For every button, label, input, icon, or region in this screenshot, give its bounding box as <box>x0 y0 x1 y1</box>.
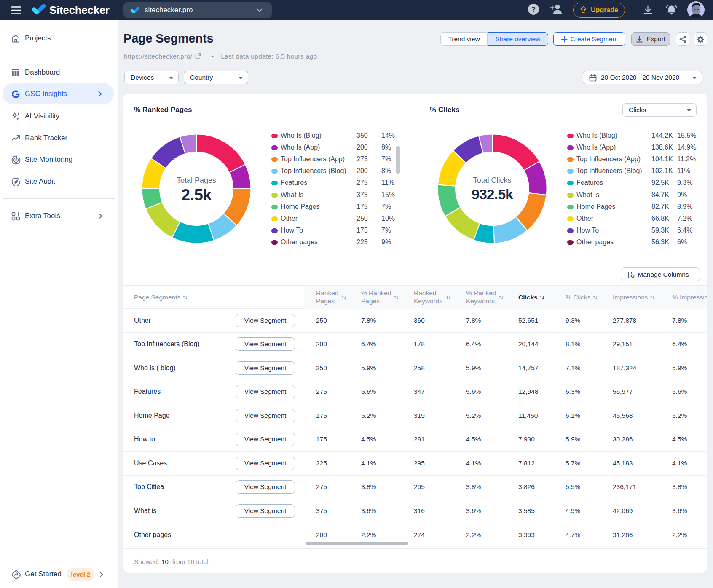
svg-text:?: ? <box>531 5 536 13</box>
